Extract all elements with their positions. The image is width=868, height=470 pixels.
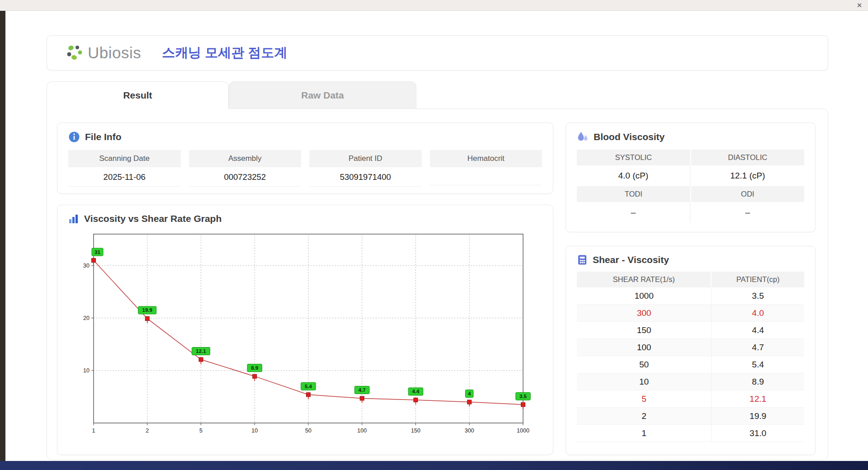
todi-label: TODI: [577, 186, 690, 202]
svg-text:100: 100: [357, 428, 367, 434]
diastolic-label: DIASTOLIC: [691, 150, 805, 165]
close-icon[interactable]: ✕: [855, 1, 864, 10]
svg-text:4.7: 4.7: [359, 387, 366, 393]
svg-text:5: 5: [199, 428, 203, 434]
blood-drop-icon: [577, 131, 589, 143]
blood-viscosity-title: Blood Viscosity: [594, 132, 665, 142]
app-window: Ubiosis 스캐닝 모세관 점도계 Result Raw Data: [5, 11, 868, 461]
tab-bar: Result Raw Data: [47, 81, 828, 109]
viscosity-chart: 102030125105010015030010003119.912.18.95…: [68, 229, 542, 446]
patient-cell: 4.7: [712, 339, 804, 356]
diastolic-value: 12.1 (cP): [691, 165, 805, 186]
logo-text: Ubiosis: [88, 44, 141, 62]
table-row: 1 31.0: [577, 425, 804, 442]
field-hematocrit: Hematocrit: [430, 150, 542, 187]
table-row: 1000 3.5: [577, 287, 804, 305]
field-label: Assembly: [189, 150, 302, 167]
patient-cell: 8.9: [712, 373, 804, 390]
field-value: [430, 167, 542, 185]
svg-text:20: 20: [83, 315, 90, 321]
field-assembly: Assembly 000723252: [189, 150, 302, 187]
patient-cell: 5.4: [712, 356, 804, 373]
table-row: 300 4.0: [577, 305, 804, 322]
svg-text:10: 10: [83, 367, 90, 374]
odi-value: –: [691, 202, 805, 223]
svg-text:2: 2: [146, 428, 149, 434]
odi-label: ODI: [691, 186, 805, 202]
table-row: 50 5.4: [577, 356, 804, 373]
shear-rate-cell: 50: [577, 356, 712, 373]
tab-result[interactable]: Result: [47, 81, 229, 109]
shear-viscosity-title: Shear - Viscosity: [593, 254, 669, 265]
shear-rate-cell: 5: [577, 390, 712, 408]
shear-viscosity-table: SHEAR RATE(1/s) PATIENT(cp) 1000 3.5 300: [577, 272, 804, 442]
column-header-shear-rate: SHEAR RATE(1/s): [577, 272, 712, 287]
patient-cell: 12.1: [712, 390, 804, 408]
shear-viscosity-panel: Shear - Viscosity SHEAR RATE(1/s) PATIEN…: [566, 246, 816, 455]
shear-rate-cell: 2: [577, 408, 712, 425]
patient-cell: 4.0: [712, 305, 804, 322]
graph-title: Viscosity vs Shear Rate Graph: [84, 213, 222, 224]
table-row: 10 8.9: [577, 373, 804, 390]
patient-cell: 4.4: [712, 322, 804, 339]
systolic-value: 4.0 (cP): [577, 165, 690, 186]
svg-text:30: 30: [83, 263, 90, 269]
field-value: 000723252: [189, 167, 302, 187]
svg-text:1000: 1000: [517, 428, 529, 434]
table-row: 150 4.4: [577, 322, 804, 339]
bar-chart-icon: [68, 213, 79, 224]
field-scanning-date: Scanning Date 2025-11-06: [68, 150, 181, 187]
shear-rate-cell: 300: [577, 305, 712, 322]
shear-rate-cell: 1: [577, 425, 712, 442]
tab-raw-data[interactable]: Raw Data: [229, 81, 416, 109]
shear-rate-cell: 10: [577, 373, 712, 390]
svg-text:19.9: 19.9: [142, 307, 152, 313]
field-label: Patient ID: [309, 150, 422, 167]
column-header-patient: PATIENT(cp): [712, 272, 804, 287]
patient-cell: 19.9: [712, 408, 804, 425]
file-info-title: File Info: [85, 132, 122, 142]
blood-viscosity-panel: Blood Viscosity SYSTOLIC DIASTOLIC 4.0 (…: [566, 122, 816, 232]
svg-text:300: 300: [465, 428, 474, 434]
field-value: 2025-11-06: [68, 167, 181, 187]
field-label: Hematocrit: [430, 150, 542, 167]
table-row: 5 12.1: [577, 390, 804, 408]
shear-rate-cell: 1000: [577, 287, 712, 305]
svg-text:8.9: 8.9: [251, 365, 258, 371]
svg-text:4: 4: [468, 391, 471, 396]
svg-text:4.4: 4.4: [412, 389, 420, 394]
field-patient-id: Patient ID 53091971400: [309, 150, 422, 187]
svg-text:31: 31: [94, 249, 100, 255]
taskbar: [0, 461, 868, 470]
header: Ubiosis 스캐닝 모세관 점도계: [47, 35, 828, 70]
patient-cell: 31.0: [712, 425, 804, 442]
file-info-panel: File Info Scanning Date 2025-11-06 Assem…: [57, 122, 553, 194]
shear-rate-cell: 100: [577, 339, 712, 356]
table-row: 2 19.9: [577, 408, 804, 425]
ubiosis-leaf-icon: [65, 43, 84, 62]
svg-text:1: 1: [92, 428, 95, 434]
svg-text:10: 10: [251, 428, 258, 434]
window-chrome: ✕: [0, 0, 868, 11]
svg-text:150: 150: [411, 428, 420, 434]
svg-text:12.1: 12.1: [196, 348, 206, 354]
logo: Ubiosis: [65, 43, 141, 62]
shear-rate-cell: 150: [577, 322, 712, 339]
field-value: 53091971400: [309, 167, 422, 187]
todi-value: –: [577, 202, 690, 223]
svg-text:3.5: 3.5: [519, 394, 527, 399]
svg-text:5.4: 5.4: [305, 384, 312, 389]
systolic-label: SYSTOLIC: [577, 150, 690, 165]
graph-panel: Viscosity vs Shear Rate Graph 1020301251…: [57, 205, 553, 455]
table-row: 100 4.7: [577, 339, 804, 356]
blood-viscosity-table: SYSTOLIC DIASTOLIC 4.0 (cP) 12.1 (cP) TO…: [577, 150, 804, 223]
info-icon: [68, 131, 80, 143]
patient-cell: 3.5: [712, 287, 804, 305]
page-title: 스캐닝 모세관 점도계: [162, 44, 287, 62]
calculator-icon: [577, 254, 588, 265]
field-label: Scanning Date: [68, 150, 181, 167]
result-panel: File Info Scanning Date 2025-11-06 Assem…: [47, 108, 828, 460]
svg-text:50: 50: [305, 428, 311, 434]
